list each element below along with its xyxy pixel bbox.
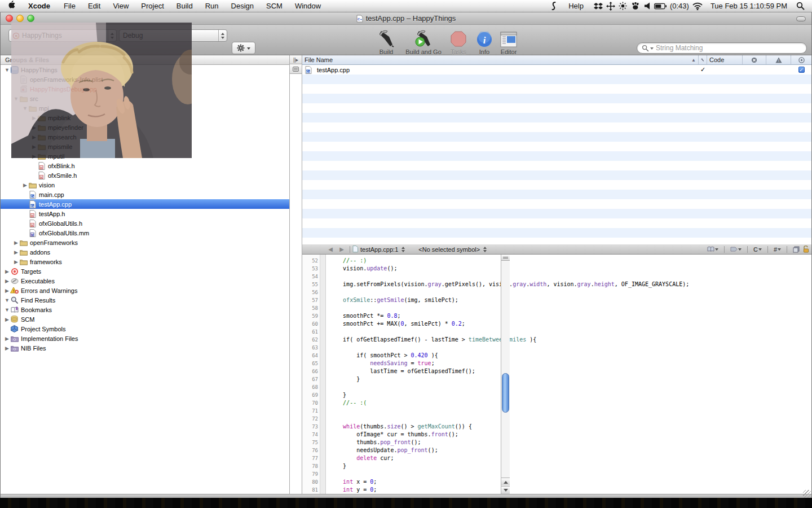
menu-edit[interactable]: Edit [82, 0, 107, 12]
tree-item-testapp-cpp[interactable]: C+testApp.cpp [1, 199, 289, 209]
tree-item-scm[interactable]: ▶SCM [1, 314, 289, 324]
tree-item-ofxglobalutils-h[interactable]: HofxGlobalUtils.h [1, 218, 289, 228]
splitter-toggle-button[interactable]: ||▸ [290, 55, 302, 64]
forward-button[interactable]: ▶ [336, 246, 347, 252]
tree-item-find-results[interactable]: ▼Find Results [1, 295, 289, 305]
tree-item-bookmarks[interactable]: ▼Bookmarks [1, 305, 289, 314]
apple-menu[interactable] [0, 0, 21, 12]
menu-xcode[interactable]: Xcode [21, 0, 58, 12]
dropbox-icon[interactable] [592, 1, 604, 11]
disclosure-triangle-icon[interactable]: ▶ [4, 345, 10, 351]
tree-item-testapp-h[interactable]: HtestApp.h [1, 209, 289, 218]
column-file-name[interactable]: File Name▲ [302, 55, 699, 64]
tree-item-errors-and-warnings[interactable]: ▶!Errors and Warnings [1, 286, 289, 295]
menu-scm[interactable]: SCM [260, 0, 289, 12]
build-and-go-button[interactable]: Build and Go [404, 28, 443, 55]
disclosure-triangle-icon[interactable]: ▶ [4, 317, 10, 322]
menu-status-area: Help (0:43) Tue Feb 15 1:10:59 PM [548, 0, 812, 12]
growl-icon[interactable] [629, 1, 642, 11]
script-menu-icon[interactable] [548, 1, 560, 11]
disclosure-triangle-icon[interactable]: ▶ [13, 240, 19, 246]
tree-item-ofxblink-h[interactable]: HofxBlink.h [1, 161, 289, 170]
split-pane-handle[interactable] [501, 255, 510, 261]
search-input[interactable] [656, 44, 802, 52]
menu-view[interactable]: View [107, 0, 135, 12]
search-field[interactable] [637, 42, 807, 54]
tree-item-label: vision [39, 182, 55, 189]
tree-item-ofxsmile-h[interactable]: HofxSmile.h [1, 170, 289, 180]
disclosure-triangle-icon[interactable]: ▶ [4, 288, 10, 294]
column-errors[interactable] [743, 55, 766, 64]
tree-item-nib-files[interactable]: ▶NIB Files [1, 343, 289, 353]
menu-design[interactable]: Design [225, 0, 260, 12]
help-menu[interactable]: Help [562, 0, 590, 12]
tree-item-project-symbols[interactable]: Project Symbols [1, 324, 289, 334]
bookmark-icon[interactable] [707, 246, 718, 252]
tree-item-addons[interactable]: ▶addons [1, 247, 289, 257]
lock-icon[interactable] [803, 246, 809, 253]
tree-item-executables[interactable]: ▶Executables [1, 276, 289, 286]
line-number: 76 [302, 448, 318, 453]
move-icon[interactable] [604, 1, 617, 11]
disclosure-triangle-icon[interactable]: ▼ [4, 297, 10, 303]
action-button[interactable] [232, 42, 255, 54]
pound-button[interactable]: # [774, 246, 781, 253]
menu-file[interactable]: File [58, 0, 82, 12]
editor-button[interactable]: Editor [496, 28, 522, 55]
split-editor-icon[interactable] [793, 246, 800, 253]
disclosure-triangle-icon[interactable]: ▶ [4, 278, 10, 284]
menu-run[interactable]: Run [199, 0, 225, 12]
menu-build[interactable]: Build [170, 0, 199, 12]
disclosure-triangle-icon[interactable]: ▼ [4, 67, 10, 73]
wifi-icon[interactable] [691, 1, 704, 11]
disclosure-triangle-icon[interactable]: ▼ [4, 307, 10, 313]
info-button[interactable]: iInfo [473, 28, 496, 55]
line-number: 69 [302, 392, 318, 398]
tree-item-ofxglobalutils-mm[interactable]: MofxGlobalUtils.mm [1, 228, 289, 238]
svg-text:C+: C+ [30, 204, 34, 207]
file-row-testapp[interactable]: C+testApp.cpp✓✓ [302, 65, 811, 75]
spotlight-icon[interactable] [794, 1, 806, 11]
menu-window[interactable]: Window [289, 0, 327, 12]
volume-icon[interactable] [642, 1, 654, 11]
scroll-down-arrow[interactable] [501, 486, 510, 494]
disclosure-triangle-icon[interactable]: ▶ [22, 182, 28, 188]
brightness-icon[interactable] [617, 1, 629, 11]
back-button[interactable]: ◀ [325, 246, 336, 252]
code-editor[interactable]: 52 //-- :)53 vision.update();5455 img.se… [302, 255, 811, 494]
menu-clock[interactable]: Tue Feb 15 1:10:59 PM [706, 2, 792, 10]
column-build-status[interactable] [699, 55, 707, 64]
battery-icon[interactable] [654, 1, 667, 11]
file-history-stepper[interactable] [401, 245, 405, 254]
toolbar-toggle-pill[interactable] [796, 16, 806, 21]
tree-item-targets[interactable]: ▶Targets [1, 266, 289, 276]
symbol-stepper[interactable] [483, 245, 487, 254]
scroll-up-arrow[interactable] [501, 478, 510, 485]
tree-item-openframeworks[interactable]: ▶openFrameworks [1, 238, 289, 247]
column-warnings[interactable]: ! [766, 55, 791, 64]
build-button[interactable]: Build [368, 28, 404, 55]
doc-cpp-icon: C+ [28, 200, 37, 208]
empty-row [302, 103, 811, 113]
tree-item-frameworks[interactable]: ▶frameworks [1, 257, 289, 266]
nav-symbol[interactable]: <No selected symbol> [418, 246, 480, 253]
tree-item-main-cpp[interactable]: C+main.cpp [1, 190, 289, 199]
tree-item-vision[interactable]: ▶vision [1, 180, 289, 190]
detail-view-button[interactable] [290, 65, 302, 74]
disclosure-triangle-icon[interactable]: ▶ [4, 336, 10, 341]
tree-item-implementation-files[interactable]: ▶Implementation Files [1, 334, 289, 343]
editor-scrollbar[interactable] [501, 255, 510, 494]
tasks-button: Tasks [443, 28, 474, 55]
target-checkbox[interactable]: ✓ [798, 67, 805, 73]
breakpoint-icon[interactable] [730, 246, 742, 252]
disclosure-triangle-icon[interactable]: ▶ [4, 269, 10, 274]
disclosure-triangle-icon[interactable]: ▶ [13, 249, 19, 255]
menu-project[interactable]: Project [135, 0, 170, 12]
counterpart-button[interactable]: C [753, 246, 762, 253]
disclosure-triangle-icon[interactable]: ▶ [13, 259, 19, 265]
column-code[interactable]: Code [707, 55, 743, 64]
nav-file-name[interactable]: testApp.cpp:1 [360, 246, 398, 253]
scrollbar-thumb[interactable] [502, 373, 509, 413]
resize-grip[interactable] [803, 490, 811, 498]
column-target-membership[interactable] [791, 55, 811, 64]
